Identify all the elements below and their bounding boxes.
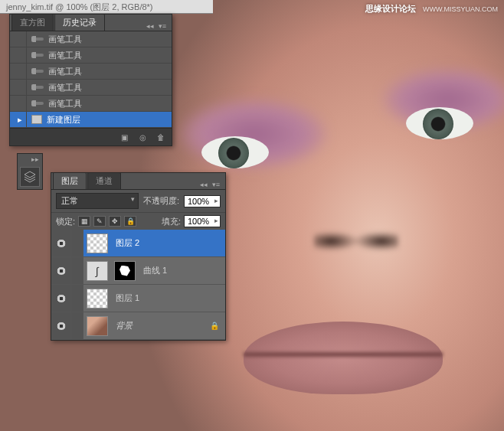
fill-input[interactable]: 100% — [184, 215, 221, 227]
layer-row[interactable]: ∫ 曲线 1 — [51, 257, 225, 285]
link-column[interactable] — [71, 312, 83, 339]
lock-pixels-icon[interactable]: ✎ — [93, 216, 106, 227]
panel-menu-icon[interactable]: ▾≡ — [158, 21, 167, 31]
lock-icon: 🔒 — [210, 322, 219, 330]
visibility-icon[interactable] — [56, 322, 67, 330]
layer-row[interactable]: 背景 🔒 — [51, 312, 225, 340]
brush-icon — [31, 99, 44, 108]
history-item-label: 画笔工具 — [48, 50, 82, 61]
layer-thumbnail[interactable] — [87, 289, 108, 309]
panel-menu-icon[interactable]: ▾≡ — [211, 180, 221, 189]
layer-name[interactable]: 曲线 1 — [139, 265, 167, 276]
layer-name[interactable]: 图层 2 — [111, 237, 139, 249]
link-column[interactable] — [71, 285, 83, 312]
history-item-label: 画笔工具 — [48, 98, 82, 109]
history-item[interactable]: 画笔工具 — [10, 96, 172, 112]
lock-position-icon[interactable]: ✥ — [109, 216, 121, 227]
brush-icon — [31, 83, 44, 92]
brush-icon — [31, 51, 44, 60]
tab-channels[interactable]: 通道 — [87, 172, 121, 189]
document-title-bar: jenny_kim.tif @ 100% (图层 2, RGB/8*) — [0, 0, 213, 14]
link-column[interactable] — [71, 257, 83, 284]
collapsed-dock: ▸▸ — [17, 153, 43, 190]
history-item-label: 画笔工具 — [48, 34, 82, 45]
lock-label: 锁定: — [56, 216, 75, 227]
history-item[interactable]: ▸新建图层 — [10, 112, 172, 128]
visibility-icon[interactable] — [56, 240, 67, 247]
tab-history[interactable]: 历史记录 — [54, 14, 105, 31]
history-item[interactable]: 画笔工具 — [10, 64, 172, 80]
tab-histogram[interactable]: 直方图 — [11, 14, 54, 31]
image-content — [244, 322, 443, 394]
history-item[interactable]: 画笔工具 — [10, 80, 172, 96]
brush-icon — [31, 34, 44, 44]
history-item[interactable]: 画笔工具 — [10, 31, 172, 47]
adjustment-thumbnail[interactable]: ∫ — [87, 261, 108, 281]
panel-collapse-icon[interactable]: ◂◂ — [199, 180, 208, 189]
opacity-input[interactable]: 100% — [184, 195, 221, 207]
delete-icon[interactable]: 🗑 — [155, 132, 167, 142]
brush-icon — [31, 67, 44, 76]
dock-layers-icon[interactable] — [20, 167, 40, 187]
lock-row: 锁定: ▦ ✎ ✥ 🔒 填充: 100% — [51, 212, 225, 230]
panel-collapse-icon[interactable]: ◂◂ — [146, 21, 155, 31]
snapshot-icon[interactable]: ◎ — [136, 132, 149, 142]
link-column[interactable] — [71, 230, 83, 256]
history-marker-icon: ▸ — [13, 112, 27, 127]
layer-thumbnail[interactable] — [87, 233, 108, 253]
image-content — [314, 218, 398, 256]
watermark-main: 思缘设计论坛 — [365, 4, 416, 13]
history-item-label: 画笔工具 — [48, 82, 82, 93]
layer-name[interactable]: 背景 — [111, 320, 133, 331]
history-item-label: 新建图层 — [47, 114, 80, 126]
layer-list: 图层 2 ∫ 曲线 1 图层 1 背景 🔒 — [51, 230, 225, 340]
layers-panel: 图层 通道 ◂◂ ▾≡ 正常 不透明度: 100% 锁定: ▦ ✎ ✥ 🔒 填充… — [51, 172, 226, 341]
layers-panel-tabs: 图层 通道 ◂◂ ▾≡ — [51, 173, 225, 190]
blend-mode-dropdown[interactable]: 正常 — [56, 193, 139, 209]
visibility-icon[interactable] — [56, 295, 67, 302]
history-item[interactable]: 画笔工具 — [10, 47, 172, 64]
dock-expand-icon[interactable]: ▸▸ — [31, 155, 40, 164]
history-list: 画笔工具 画笔工具 画笔工具 画笔工具 画笔工具 ▸新建图层 — [10, 31, 172, 128]
mask-thumbnail[interactable] — [114, 261, 136, 281]
create-document-icon[interactable]: ▣ — [118, 132, 130, 142]
opacity-label: 不透明度: — [143, 195, 179, 207]
history-panel: 直方图 历史记录 ◂◂ ▾≡ 画笔工具 画笔工具 画笔工具 画笔工具 画笔工具 … — [9, 14, 172, 146]
layer-name[interactable]: 图层 1 — [111, 292, 139, 304]
image-content — [201, 136, 269, 168]
watermark-sub: WWW.MISSYUAN.COM — [423, 5, 498, 13]
blend-mode-row: 正常 不透明度: 100% — [51, 190, 225, 212]
layer-thumbnail[interactable] — [87, 316, 108, 336]
image-content — [406, 107, 473, 139]
history-panel-tabs: 直方图 历史记录 ◂◂ ▾≡ — [10, 15, 172, 31]
fill-label: 填充: — [162, 216, 181, 227]
layer-row[interactable]: 图层 1 — [51, 285, 225, 312]
history-footer: ▣ ◎ 🗑 — [10, 128, 172, 145]
watermark: 思缘设计论坛 WWW.MISSYUAN.COM — [365, 3, 498, 15]
new-layer-icon — [31, 115, 42, 124]
visibility-icon[interactable] — [56, 267, 67, 275]
lock-all-icon[interactable]: 🔒 — [124, 216, 136, 227]
history-item-label: 画笔工具 — [48, 66, 82, 77]
tab-layers[interactable]: 图层 — [53, 172, 87, 189]
lock-transparency-icon[interactable]: ▦ — [78, 216, 90, 227]
layer-row[interactable]: 图层 2 — [51, 230, 225, 257]
